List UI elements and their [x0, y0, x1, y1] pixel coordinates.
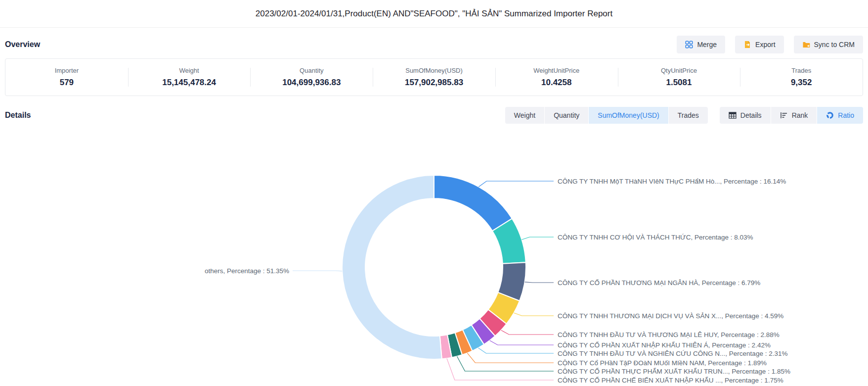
view-tab-ratio[interactable]: Ratio	[817, 107, 863, 124]
merge-button[interactable]: Merge	[677, 36, 725, 53]
sync-to-crm-icon	[802, 41, 810, 48]
stat-label: SumOfMoney(USD)	[405, 67, 463, 74]
details-heading: Details	[5, 111, 31, 120]
pie-label-4: CÔNG TY TNHH ĐẦU TƯ VÀ THƯƠNG MẠI LÊ HUY…	[558, 331, 780, 338]
donut-icon	[826, 111, 834, 119]
leader-line-5	[490, 340, 554, 345]
stat-label: Quantity	[300, 67, 323, 74]
export-icon	[743, 41, 751, 48]
tab-label: SumOfMoney(USD)	[598, 111, 659, 119]
metric-tabs: WeightQuantitySumOfMoney(USD)Trades	[505, 107, 708, 124]
stat-weightunitprice: WeightUnitPrice10.4258	[495, 59, 618, 96]
leader-line-9	[447, 358, 554, 380]
details-tab-strip: WeightQuantitySumOfMoney(USD)Trades Deta…	[505, 107, 863, 124]
details-header-row: Details WeightQuantitySumOfMoney(USD)Tra…	[0, 106, 868, 125]
stat-value: 157,902,985.83	[405, 78, 463, 88]
merge-icon	[685, 41, 693, 48]
overview-heading: Overview	[5, 40, 40, 49]
tab-quantity[interactable]: Quantity	[545, 107, 588, 124]
ratio-chart: CÔNG TY TNHH MộT THàNH VIêN THựC PHẩM Hò…	[0, 127, 868, 385]
stat-value: 104,699,936.83	[282, 78, 341, 88]
pie-label-5: CÔNG TY CỔ PHẦN XUẤT NHẬP KHẨU THIÊN Á, …	[558, 341, 771, 349]
tab-label: Rank	[792, 111, 808, 119]
title-bar: 2023/02/01-2024/01/31,Product(EN) AND"SE…	[0, 0, 868, 28]
tab-trades[interactable]: Trades	[669, 107, 708, 124]
stat-label: Weight	[179, 67, 199, 74]
stat-sumofmoney-usd-: SumOfMoney(USD)157,902,985.83	[373, 59, 495, 96]
leader-line-7	[467, 353, 554, 363]
leader-line-6	[478, 348, 554, 353]
leader-line-4	[501, 330, 554, 335]
view-tab-rank[interactable]: Rank	[771, 107, 817, 124]
leader-line-3	[514, 313, 554, 316]
leader-line-2	[525, 282, 554, 283]
stat-value: 579	[60, 78, 74, 88]
stat-label: Trades	[791, 67, 811, 74]
view-tab-details[interactable]: Details	[720, 107, 771, 124]
export-button[interactable]: Export	[735, 36, 783, 53]
pie-label-1: CÔNG TY TNHH CƠ HỘI VÀ THÁCH THỨC, Perce…	[558, 234, 753, 241]
stat-value: 9,352	[791, 78, 812, 88]
pie-label-6: CÔNG TY TNHH ĐẦU TƯ VÀ NGHIÊN CỨU CÔNG N…	[558, 350, 787, 357]
page-title: 2023/02/01-2024/01/31,Product(EN) AND"SE…	[256, 9, 612, 19]
stat-weight: Weight15,145,478.24	[128, 59, 251, 96]
view-tabs: DetailsRankRatio	[720, 107, 863, 124]
pie-label-others: others, Percentage : 51.35%	[205, 267, 289, 275]
stat-importer: Importer579	[5, 59, 128, 96]
sync-button-label: Sync to CRM	[814, 41, 855, 48]
tab-weight[interactable]: Weight	[505, 107, 544, 124]
stat-qtyunitprice: QtyUnitPrice1.5081	[618, 59, 740, 96]
pie-label-9: CÔNG TY CỔ PHẦN CHẾ BIẾN XUẤT NHẬP KHẨU …	[558, 377, 783, 384]
tab-sumofmoney-usd-[interactable]: SumOfMoney(USD)	[589, 107, 668, 124]
rank-icon	[780, 112, 788, 119]
table-icon	[729, 112, 737, 119]
stat-label: Importer	[55, 67, 79, 74]
pie-slice-others[interactable]	[342, 175, 442, 359]
stat-label: QtyUnitPrice	[661, 67, 697, 74]
tab-label: Trades	[678, 111, 699, 119]
tab-label: Weight	[514, 111, 535, 119]
export-button-label: Export	[755, 41, 775, 48]
pie-label-7: CỘNG TY Cổ PHầN TậP ĐOàN MUốI MIềN NAM, …	[558, 359, 767, 367]
merge-button-label: Merge	[697, 41, 717, 48]
pie-label-3: CÔNG TY TNHH THƯƠNG MẠI DỊCH VỤ VÀ SẢN X…	[558, 312, 783, 320]
pie-slice-0[interactable]	[434, 175, 512, 231]
overview-header-row: Overview MergeExportSync to CRM	[0, 35, 868, 54]
stat-value: 10.4258	[541, 78, 571, 88]
overview-actions: MergeExportSync to CRM	[677, 36, 863, 53]
stat-value: 15,145,478.24	[162, 78, 216, 88]
overview-stats-card: Importer579Weight15,145,478.24Quantity10…	[5, 58, 863, 96]
leader-line-others	[293, 271, 342, 271]
pie-label-2: CÔNG TY CỔ PHẦN THƯƠNG MẠI NGÂN HÀ, Perc…	[558, 279, 760, 287]
stat-trades: Trades9,352	[740, 59, 863, 96]
stat-value: 1.5081	[666, 78, 692, 88]
stat-quantity: Quantity104,699,936.83	[250, 59, 373, 96]
pie-label-0: CÔNG TY TNHH MộT THàNH VIêN THựC PHẩM Hò…	[558, 178, 786, 185]
donut-chart-svg: CÔNG TY TNHH MộT THàNH VIêN THựC PHẩM Hò…	[0, 127, 868, 385]
sync-button[interactable]: Sync to CRM	[794, 36, 863, 53]
tab-label: Ratio	[838, 111, 854, 119]
leader-line-8	[457, 356, 554, 371]
leader-line-0	[478, 181, 554, 187]
tab-label: Details	[740, 111, 762, 119]
pie-label-8: CÔNG TY CỔ PHẦN THỰC PHẨM XUẤT KHẨU TRUN…	[558, 368, 790, 375]
stat-label: WeightUnitPrice	[533, 67, 579, 74]
leader-line-1	[521, 237, 554, 240]
tab-label: Quantity	[554, 111, 579, 119]
